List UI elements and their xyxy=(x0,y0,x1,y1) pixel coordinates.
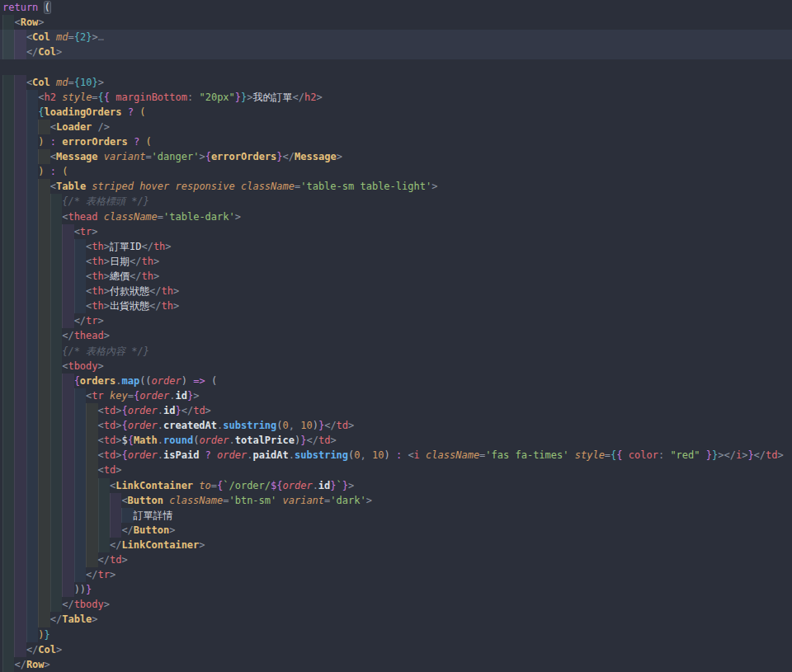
code-token: </ xyxy=(26,46,38,58)
code-token: 'dark' xyxy=(330,495,365,506)
indent-guide xyxy=(2,194,14,209)
indent-guide xyxy=(38,463,50,477)
indent-guide xyxy=(74,418,86,433)
code-line[interactable]: </tr> xyxy=(0,313,792,328)
code-token: td xyxy=(110,554,121,566)
indent-guide xyxy=(14,418,26,433)
code-line[interactable]: {/* 表格內容 */} xyxy=(0,344,792,359)
code-line[interactable]: <Button className='btn-sm' variant='dark… xyxy=(0,493,792,508)
code-line[interactable]: </Button> xyxy=(0,523,792,538)
code-line[interactable]: ) : errorOrders ? ( xyxy=(0,134,792,149)
code-text: <Table striped hover responsive classNam… xyxy=(50,179,438,194)
code-token: tbody xyxy=(74,599,104,610)
indent-guide xyxy=(2,179,14,194)
code-token: } xyxy=(747,449,753,461)
indent-guide xyxy=(38,374,50,388)
code-line[interactable]: {/* 表格標頭 */} xyxy=(0,194,792,209)
code-token: className xyxy=(104,211,158,223)
code-line[interactable]: <tbody> xyxy=(0,359,792,374)
code-line[interactable]: return ( xyxy=(0,0,792,15)
code-line[interactable]: <td> xyxy=(0,463,792,477)
code-token: 付款狀態 xyxy=(110,285,149,297)
indent-guide xyxy=(74,254,86,269)
indent-guide xyxy=(50,463,62,477)
code-token: > xyxy=(205,405,211,416)
code-line[interactable]: </td> xyxy=(0,552,792,567)
code-line[interactable]: <th>訂單ID</th> xyxy=(0,239,792,254)
code-line[interactable]: <Message variant='danger'>{errorOrders}<… xyxy=(0,149,792,164)
code-token: Button xyxy=(134,524,169,536)
code-token: < xyxy=(50,121,56,133)
code-text: </td> xyxy=(98,552,128,567)
code-token: = xyxy=(128,390,134,402)
code-line[interactable]: ) : ( xyxy=(0,164,792,179)
code-token xyxy=(211,449,217,461)
indent-guide xyxy=(86,552,97,567)
code-text: <td>${Math.round(order.totalPrice)}</td> xyxy=(98,433,337,448)
code-token: > xyxy=(98,315,104,327)
code-token: variant xyxy=(104,151,146,162)
code-line[interactable]: <th>出貨狀態</th> xyxy=(0,298,792,313)
code-line[interactable]: </Col> xyxy=(0,642,792,657)
code-token: th xyxy=(141,256,153,267)
code-line[interactable]: <thead className='table-dark'> xyxy=(0,209,792,224)
code-line[interactable]: <Loader /> xyxy=(0,120,792,134)
code-line[interactable]: <td>{order.createdAt.substring(0, 10)}</… xyxy=(0,418,792,433)
code-token: createdAt xyxy=(163,420,217,431)
code-line[interactable]: <h2 style={{ marginBottom: "20px"}}>我的訂單… xyxy=(0,90,792,105)
indent-guide xyxy=(121,508,133,523)
folded-code-ellipsis[interactable]: … xyxy=(98,31,104,43)
code-line[interactable]: </thead> xyxy=(0,328,792,343)
code-line[interactable]: <td>{order.isPaid ? order.paidAt.substri… xyxy=(0,448,792,463)
code-line[interactable]: <Row> xyxy=(0,15,792,30)
code-token: ( xyxy=(145,136,151,148)
code-line[interactable]: {orders.map((order) => ( xyxy=(0,374,792,388)
code-line[interactable]: <th>付款狀態</th> xyxy=(0,284,792,298)
code-token: > xyxy=(348,480,354,491)
indent-guide xyxy=(74,403,86,418)
indent-guide xyxy=(38,224,50,239)
indent-guide xyxy=(50,418,62,433)
code-token: </ xyxy=(293,92,304,103)
code-line[interactable]: <td>${Math.round(order.totalPrice)}</td> xyxy=(0,433,792,448)
code-text: </Button> xyxy=(121,523,175,538)
code-line[interactable] xyxy=(0,59,792,74)
code-token: . xyxy=(158,435,163,446)
code-line[interactable]: <Col md={10}> xyxy=(0,75,792,90)
code-line[interactable]: <Table striped hover responsive classNam… xyxy=(0,179,792,194)
code-line[interactable]: <tr> xyxy=(0,224,792,239)
code-line[interactable]: <th>總價</th> xyxy=(0,269,792,284)
code-line[interactable]: )} xyxy=(0,627,792,642)
code-line[interactable]: </Col> xyxy=(0,45,792,59)
indent-guide xyxy=(26,433,38,448)
code-line[interactable]: ))} xyxy=(0,582,792,597)
code-token: . xyxy=(229,435,235,446)
code-line[interactable]: <tr key={order.id}> xyxy=(0,388,792,403)
code-line[interactable]: </LinkContainer> xyxy=(0,538,792,552)
code-line[interactable]: <LinkContainer to={`/order/${order.id}`}… xyxy=(0,478,792,493)
code-line[interactable]: <Col md={2}>… xyxy=(0,30,792,45)
code-text: <th>訂單ID</th> xyxy=(86,239,172,254)
indent-guide xyxy=(14,463,26,477)
indent-guide xyxy=(26,224,38,239)
indent-guide xyxy=(2,403,14,418)
code-line[interactable]: </Table> xyxy=(0,612,792,627)
code-line[interactable]: </tr> xyxy=(0,567,792,582)
code-token: $ xyxy=(121,435,127,446)
matched-bracket: ( xyxy=(45,2,50,13)
code-line[interactable]: </Row> xyxy=(0,657,792,672)
code-token: > xyxy=(104,270,110,282)
indent-guide xyxy=(14,627,26,642)
code-token: < xyxy=(98,449,104,461)
code-line[interactable]: </tbody> xyxy=(0,597,792,612)
indent-guide xyxy=(62,254,73,269)
code-line[interactable]: {loadingOrders ? ( xyxy=(0,105,792,120)
code-token: striped hover responsive className xyxy=(92,181,295,192)
indent-guide xyxy=(2,612,14,627)
indent-guide xyxy=(50,313,62,328)
code-line[interactable]: <td>{order.id}</td> xyxy=(0,403,792,418)
code-line[interactable]: <th>日期</th> xyxy=(0,254,792,269)
indent-guide xyxy=(14,582,26,597)
code-editor[interactable]: return (<Row><Col md={2}>…</Col><Col md=… xyxy=(0,0,792,672)
code-line[interactable]: 訂單詳情 xyxy=(0,508,792,523)
